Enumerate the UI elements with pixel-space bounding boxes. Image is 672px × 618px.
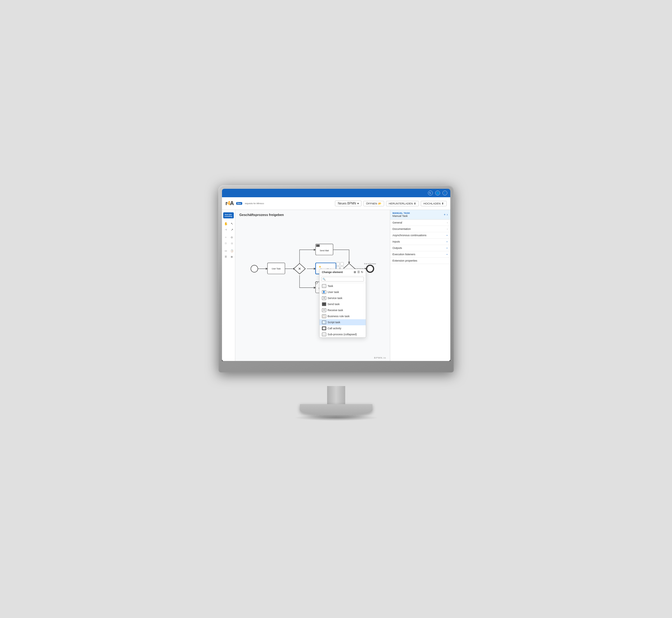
business-rule-icon: 📋 [322,314,326,318]
menu-item-subprocess[interactable]: □Sub-process (collapsed) [320,331,366,337]
screen: ↻ 🌐 👤 r4A Dev requests for Alfresco [222,189,450,361]
user-icon[interactable]: 👤 [442,191,447,195]
search-input[interactable] [321,277,364,282]
dev-badge: Dev [236,202,242,205]
sidebar-logo: best-blu consulting [223,212,234,218]
event-tool[interactable]: ◎ [229,234,235,240]
grid-tool[interactable]: ⊞ [229,254,235,260]
topbar: ↻ 🌐 👤 [222,189,450,197]
search-area[interactable]: 🔍 [320,276,366,283]
tool-group-extras: ▭ 📋 ☰ ⊞ [223,248,234,260]
list-tool[interactable]: ☰ [223,254,229,260]
refresh-menu-icon[interactable]: ↻ [361,271,363,274]
app-logo: r4A [226,200,234,207]
upload-arrow-icon: ⬆ [442,202,444,205]
panel-add-icon[interactable]: + [444,213,445,216]
panel-expand-icon[interactable]: › [447,213,448,216]
right-panel: MANUAL TASK Manual Task + › Genera [390,210,450,361]
grid-view-icon[interactable]: ⊞ [354,271,356,274]
chevron-down-icon: ▾ [357,202,359,205]
connect-tool[interactable]: ⊣ [223,227,229,232]
list-view-icon[interactable]: ☰ [357,271,360,274]
monitor-frame: ↻ 🌐 👤 r4A Dev requests for Alfresco [218,185,454,373]
left-sidebar: best-blu consulting ✋ ↖ ⊣ ↗ ○ [222,210,235,361]
user-task-icon: 👤 [322,290,326,294]
svg-point-5 [251,265,258,272]
monitor-neck [327,386,345,404]
script-task-icon: 📄 [322,320,326,324]
svg-text:User Task: User Task [271,268,281,270]
pointer-tool[interactable]: ↖ [229,221,235,226]
add-section-icon: + [446,240,448,243]
element-name-label: Manual Task [393,214,410,217]
expand-section-icon: › [447,228,448,230]
receive-task-icon: ✉ [322,308,326,312]
service-task-icon: ⚙ [322,296,326,300]
add-section-icon: + [446,234,448,237]
svg-rect-11 [316,245,320,247]
logo-a: A [230,200,234,206]
menu-item-call-activity[interactable]: □Call activity [320,325,366,331]
panel-section-general[interactable]: General› [390,220,450,226]
logo-area: r4A Dev requests for Alfresco [226,200,264,207]
panel-section-extension-properties[interactable]: Extension properties [390,258,450,264]
monitor-bezel: ↻ 🌐 👤 r4A Dev requests for Alfresco [222,189,450,361]
subprocess-icon: □ [322,332,326,336]
download-icon: ⬇ [414,202,416,205]
menu-item-user-task[interactable]: 👤User task [320,289,366,295]
upload-icon: 📂 [378,202,381,205]
canvas-area[interactable]: Geschäftsprozess freigeben [235,210,390,361]
note-tool[interactable]: 📋 [229,248,235,253]
menu-item-business-rule[interactable]: 📋Business rule task [320,313,366,319]
svg-text:Send Mail: Send Mail [320,249,329,251]
bpmn-watermark: BPMN.io [374,356,386,359]
context-menu-list: □Task👤User task⚙Service task✉Send task✉R… [320,283,366,337]
svg-rect-23 [340,262,343,266]
menu-item-receive-task[interactable]: ✉Receive task [320,307,366,313]
header-toolbar: Neues BPMN ▾ ÖFFNEN 📂 HERUNTERLADEN ⬇ [335,201,446,206]
svg-text:✋: ✋ [319,266,321,268]
panel-section-asynchronous-continuations[interactable]: Asynchronous continuations+ [390,232,450,239]
tool-group-shapes: ○ ◎ □ ◇ [223,234,234,246]
hand-tool[interactable]: ✋ [223,221,229,226]
svg-text:✕: ✕ [298,267,301,271]
open-button[interactable]: ÖFFNEN 📂 [363,201,384,206]
arrow-tool[interactable]: ↗ [229,227,235,232]
bpmn-diagram-svg: User Task ✕ Send Mail ✋ [238,217,390,314]
logo-4: 4 [227,200,230,206]
right-panel-header: MANUAL TASK Manual Task + › [390,210,450,220]
globe-icon[interactable]: 🌐 [435,191,440,195]
element-type-label: MANUAL TASK [393,212,410,214]
change-element-menu[interactable]: Change element ⊞ ☰ ↻ 🔍 [319,269,366,338]
call-activity-icon: □ [322,326,326,330]
menu-item-script-task[interactable]: 📄Script task [320,319,366,325]
search-icon: 🔍 [323,278,326,281]
panel-section-inputs[interactable]: Inputs+ [390,239,450,245]
new-bpmn-dropdown[interactable]: Neues BPMN ▾ [335,201,361,206]
tool-group-move: ✋ ↖ ⊣ ↗ [223,221,234,232]
rect-tool[interactable]: ▭ [223,248,229,253]
svg-rect-22 [336,262,339,266]
menu-item-service-task[interactable]: ⚙Service task [320,295,366,301]
panel-section-documentation[interactable]: Documentation› [390,226,450,232]
svg-point-20 [366,265,373,272]
panel-section-execution-listeners[interactable]: Execution listeners+ [390,251,450,258]
diamond-tool[interactable]: ◇ [229,240,235,246]
monitor-base [300,404,372,416]
add-section-icon: + [446,247,448,249]
svg-text:End of Process: End of Process [364,263,376,265]
logo-tagline: requests for Alfresco [245,202,264,204]
monitor-shadow [294,415,378,421]
expand-section-icon: › [447,221,448,224]
add-section-icon: + [446,253,448,256]
task-tool[interactable]: □ [223,240,229,246]
panel-section-outputs[interactable]: Outputs+ [390,245,450,251]
download-button[interactable]: HERUNTERLADEN ⬇ [386,201,419,206]
app-header: r4A Dev requests for Alfresco Neues BPMN… [222,197,450,210]
circle-tool[interactable]: ○ [223,234,229,240]
menu-item-task[interactable]: □Task [320,283,366,289]
refresh-icon[interactable]: ↻ [428,191,433,195]
context-menu-header: Change element ⊞ ☰ ↻ [320,269,366,276]
upload-button[interactable]: HOCHLADEN ⬆ [421,201,447,206]
menu-item-send-task[interactable]: ✉Send task [320,301,366,307]
